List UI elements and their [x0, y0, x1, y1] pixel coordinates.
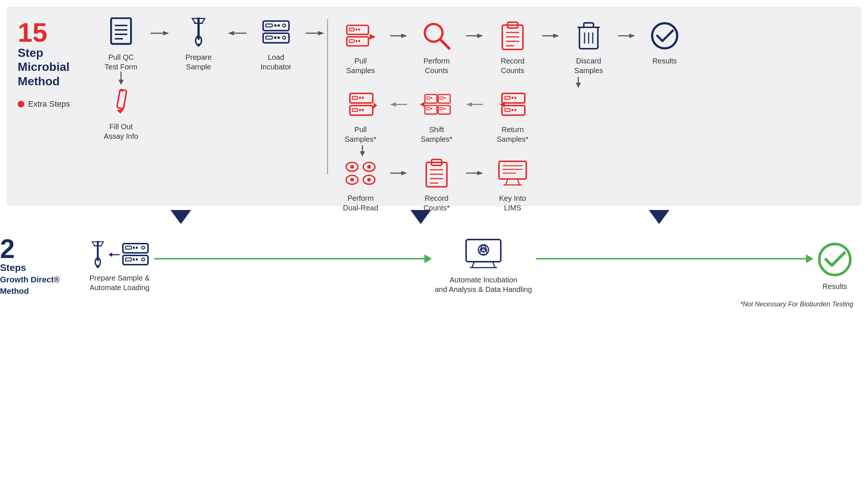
svg-rect-79 — [427, 97, 430, 99]
automate-incubation-label: Automate Incubationand Analysis & Data H… — [435, 275, 532, 294]
svg-rect-120 — [499, 161, 526, 179]
step-record-counts-star: RecordCounts* — [407, 156, 466, 213]
arrow-down-rc — [331, 77, 850, 88]
step-automate-incubation: Automate Incubationand Analysis & Data H… — [435, 238, 532, 294]
svg-rect-37 — [355, 40, 357, 42]
triangle-1 — [74, 210, 288, 224]
svg-rect-56 — [584, 23, 593, 27]
svg-marker-101 — [360, 151, 365, 156]
svg-rect-35 — [358, 28, 360, 31]
svg-marker-73 — [373, 103, 377, 109]
left-label: 15 StepMicrobialMethod Extra Steps — [18, 16, 92, 197]
svg-rect-81 — [427, 107, 430, 110]
svg-rect-26 — [274, 37, 276, 39]
svg-rect-68 — [359, 97, 361, 99]
svg-marker-41 — [401, 34, 407, 38]
arrow-right-4 — [466, 32, 483, 39]
prepare-sample-label: PrepareSample — [185, 52, 211, 72]
right-row1: PullSamples — [331, 16, 850, 75]
two-steps-number: 2 — [0, 235, 81, 262]
key-into-lims-label: Key IntoLIMS — [499, 193, 526, 213]
step-prepare-sample: PrepareSample — [169, 16, 228, 72]
step-perform-counts: PerformCounts — [407, 19, 466, 75]
svg-point-24 — [283, 24, 286, 27]
svg-rect-87 — [440, 107, 443, 110]
svg-marker-111 — [401, 171, 407, 175]
svg-point-139 — [142, 246, 145, 249]
extra-steps-dot — [18, 101, 24, 107]
step-key-into-lims: Key IntoLIMS — [483, 156, 542, 213]
svg-rect-31 — [347, 25, 368, 35]
record-counts-star-label: RecordCounts* — [423, 193, 450, 213]
svg-rect-38 — [358, 40, 360, 42]
svg-rect-22 — [274, 24, 276, 27]
svg-marker-6 — [118, 80, 124, 85]
record-counts-label: RecordCounts — [501, 56, 524, 75]
svg-rect-69 — [362, 97, 364, 99]
svg-line-146 — [493, 262, 495, 268]
svg-point-109 — [367, 178, 371, 182]
load-incubator-icon — [259, 16, 293, 49]
step-number: 15 — [18, 19, 47, 46]
results-top-icon — [648, 19, 681, 52]
right-row3: PerformDual-Read — [331, 156, 850, 213]
svg-rect-95 — [512, 97, 513, 99]
perform-counts-icon — [420, 19, 453, 52]
step-prepare-automate: Prepare Sample &Automate Loading — [89, 240, 151, 292]
shift-samples-label: ShiftSamples* — [421, 125, 452, 144]
svg-rect-98 — [512, 109, 513, 111]
arrow-right-1 — [151, 30, 169, 37]
arrow-right-7 — [390, 169, 407, 177]
svg-rect-136 — [125, 246, 131, 249]
svg-rect-71 — [359, 109, 361, 111]
svg-rect-65 — [350, 93, 373, 103]
svg-line-121 — [506, 179, 508, 185]
svg-rect-0 — [111, 18, 131, 44]
two-steps-label: 2 Steps Growth Direct®Method — [0, 235, 81, 297]
fill-out-label: Fill OutAssay Info — [104, 122, 138, 141]
svg-rect-67 — [352, 96, 358, 99]
svg-rect-138 — [136, 247, 138, 249]
step-shift-samples: ShiftSamples* — [407, 88, 466, 144]
arrow-right-8 — [466, 169, 483, 177]
prepare-sample-icon — [182, 16, 215, 49]
green-arrow-1 — [154, 258, 431, 259]
svg-marker-64 — [576, 83, 581, 88]
svg-rect-82 — [431, 108, 433, 110]
step-pull-qc: Pull QCTest Form — [92, 16, 151, 72]
svg-line-145 — [472, 262, 474, 268]
svg-rect-72 — [362, 109, 364, 111]
arrow-left-1 — [228, 30, 247, 37]
prepare-automate-icons — [89, 240, 151, 269]
svg-rect-88 — [444, 108, 446, 110]
arrow-right-5 — [542, 32, 559, 39]
pull-samples-star-label: PullSamples* — [345, 125, 376, 144]
arrow-down-ps — [331, 145, 850, 156]
svg-marker-90 — [466, 102, 472, 107]
svg-rect-33 — [349, 28, 354, 31]
svg-point-103 — [350, 165, 354, 169]
svg-rect-70 — [352, 109, 358, 111]
svg-rect-94 — [505, 96, 510, 99]
right-grid: PullSamples — [331, 16, 850, 213]
pull-samples-icon — [344, 19, 377, 52]
right-row2: PullSamples* — [331, 88, 850, 144]
svg-marker-53 — [553, 34, 559, 38]
record-counts-icon — [496, 19, 529, 52]
svg-rect-141 — [133, 258, 135, 261]
svg-point-62 — [652, 23, 677, 48]
svg-rect-25 — [266, 36, 272, 39]
extra-steps: Extra Steps — [18, 99, 70, 109]
load-incubator-label: LoadIncubator — [261, 52, 291, 72]
flow-area: Pull QCTest Form — [92, 16, 850, 197]
return-samples-label: ReturnSamples* — [497, 125, 528, 144]
svg-marker-119 — [477, 171, 483, 175]
arrow-left-2 — [390, 101, 407, 108]
svg-marker-61 — [629, 34, 635, 38]
svg-point-105 — [367, 165, 371, 169]
step-pull-samples: PullSamples — [331, 19, 390, 75]
svg-rect-27 — [278, 37, 280, 39]
svg-point-143 — [142, 258, 145, 261]
record-counts-star-icon — [420, 156, 453, 190]
pull-qc-label: Pull QCTest Form — [105, 52, 138, 72]
